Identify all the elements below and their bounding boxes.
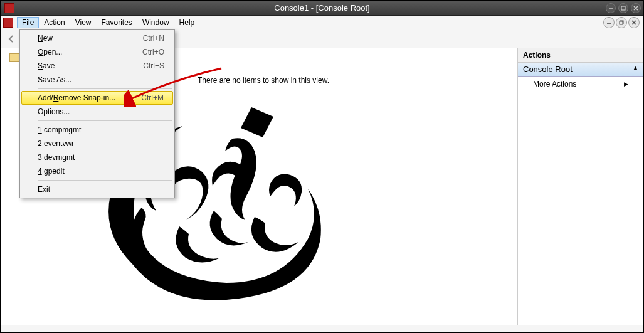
menu-recent-2[interactable]: 2 eventvwr — [21, 137, 173, 151]
console-icon — [3, 18, 13, 28]
back-button[interactable] — [4, 32, 18, 46]
menu-new[interactable]: New Ctrl+N — [21, 31, 173, 45]
actions-group-title[interactable]: Console Root ▲ — [518, 63, 643, 77]
actions-header: Actions — [518, 48, 643, 63]
more-actions-item[interactable]: More Actions ▶ — [518, 77, 643, 92]
menu-view[interactable]: View — [70, 17, 97, 28]
actions-group-label: Console Root — [523, 65, 573, 74]
mdi-minimize-button[interactable] — [603, 17, 615, 28]
maximize-button[interactable] — [618, 3, 628, 13]
tree-pane[interactable] — [1, 48, 9, 325]
folder-icon[interactable] — [9, 53, 19, 62]
menu-window[interactable]: Window — [137, 17, 174, 28]
menubar: File Action View Favorites Window Help — [1, 16, 643, 29]
app-icon — [4, 3, 14, 13]
svg-rect-1 — [621, 6, 625, 10]
menu-help[interactable]: Help — [174, 17, 200, 28]
menu-add-remove-snapin[interactable]: Add/Remove Snap-in... Ctrl+M — [21, 91, 173, 105]
more-actions-label: More Actions — [533, 80, 576, 88]
file-menu-dropdown: New Ctrl+N Open... Ctrl+O Save Ctrl+S Sa… — [19, 29, 175, 198]
mdi-restore-button[interactable] — [616, 17, 627, 28]
chevron-right-icon: ▶ — [624, 81, 628, 87]
menu-separator — [38, 88, 172, 89]
mdi-close-button[interactable] — [628, 17, 640, 28]
close-button[interactable] — [631, 3, 641, 13]
menu-open[interactable]: Open... Ctrl+O — [21, 45, 173, 59]
menu-favorites[interactable]: Favorites — [97, 17, 137, 28]
menu-save[interactable]: Save Ctrl+S — [21, 59, 173, 73]
menu-recent-3[interactable]: 3 devmgmt — [21, 151, 173, 164]
menu-exit[interactable]: Exit — [21, 182, 173, 196]
collapse-icon: ▲ — [633, 65, 638, 74]
menu-recent-4[interactable]: 4 gpedit — [21, 164, 173, 178]
statusbar — [1, 325, 643, 332]
menu-file[interactable]: File — [17, 17, 39, 28]
titlebar: Console1 - [Console Root] — [1, 1, 643, 16]
minimize-button[interactable] — [606, 3, 616, 13]
svg-rect-6 — [620, 21, 623, 24]
menu-action[interactable]: Action — [39, 17, 70, 28]
empty-message: There are no items to show in this view. — [198, 76, 329, 85]
actions-pane: Actions Console Root ▲ More Actions ▶ — [518, 48, 643, 325]
menu-separator — [38, 180, 172, 181]
window-title: Console1 - [Console Root] — [274, 3, 369, 13]
menu-separator — [38, 120, 172, 121]
menu-options[interactable]: Options... — [21, 105, 173, 119]
menu-recent-1[interactable]: 1 compmgmt — [21, 123, 173, 137]
menu-save-as[interactable]: Save As... — [21, 73, 173, 87]
